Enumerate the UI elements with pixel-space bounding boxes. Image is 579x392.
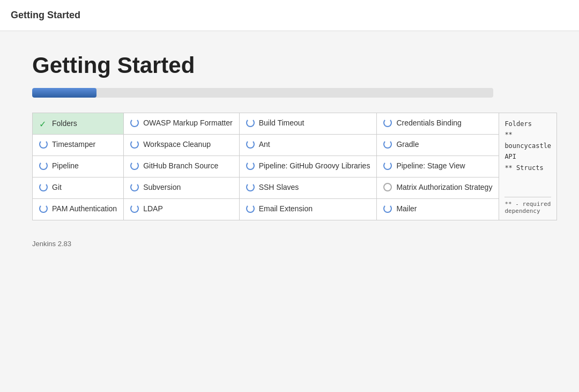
table-row: PAM Authentication LDAP Email Extension — [33, 199, 499, 220]
plugin-name: Pipeline: GitHub Groovy Libraries — [259, 161, 370, 170]
sync-icon — [130, 161, 139, 170]
plugin-cell-mailer[interactable]: Mailer — [377, 199, 499, 220]
plugin-cell-email-ext[interactable]: Email Extension — [239, 199, 377, 220]
sync-icon — [383, 204, 392, 213]
page-heading: Getting Started — [32, 53, 547, 78]
side-panel: Folders ** bouncycastle API ** Structs *… — [499, 113, 557, 220]
plugin-name: Timestamper — [52, 140, 95, 149]
plugin-cell-folders[interactable]: ✓ Folders — [33, 113, 124, 135]
plugin-cell-ant[interactable]: Ant — [239, 135, 377, 156]
sync-icon — [130, 183, 139, 191]
table-row: ✓ Folders OWASP Markup Formatter — [33, 113, 499, 135]
sync-icon — [383, 140, 392, 149]
progress-bar-fill — [32, 88, 96, 98]
sync-icon — [130, 140, 139, 149]
plugin-cell-workspace[interactable]: Workspace Cleanup — [124, 135, 239, 156]
plugin-cell-git[interactable]: Git — [33, 177, 124, 199]
plugin-table: ✓ Folders OWASP Markup Formatter — [32, 113, 499, 220]
sync-icon — [383, 119, 392, 127]
sync-icon — [246, 119, 255, 127]
plugin-name: Git — [52, 183, 62, 191]
plugin-cell-credentials[interactable]: Credentials Binding — [377, 113, 499, 135]
plugin-cell-gradle[interactable]: Gradle — [377, 135, 499, 156]
sync-icon — [39, 204, 48, 213]
plugin-name: OWASP Markup Formatter — [143, 119, 232, 127]
plugin-name: Build Timeout — [259, 119, 305, 127]
check-icon: ✓ — [39, 119, 48, 128]
sync-icon — [39, 183, 48, 191]
progress-bar-container — [32, 88, 493, 98]
table-row: Timestamper Workspace Cleanup Ant — [33, 135, 499, 156]
top-bar-title: Getting Started — [11, 10, 80, 21]
sync-icon — [130, 119, 139, 127]
sync-icon — [383, 161, 392, 170]
plugin-cell-timestamper[interactable]: Timestamper — [33, 135, 124, 156]
side-panel-content: Folders ** bouncycastle API ** Structs — [504, 119, 551, 173]
table-row: Pipeline GitHub Branch Source Pipeline: … — [33, 156, 499, 177]
sync-icon — [39, 140, 48, 149]
top-bar: Getting Started — [0, 0, 579, 31]
side-panel-title: Folders — [504, 119, 551, 129]
plugin-name: Matrix Authorization Strategy — [396, 183, 492, 191]
plugin-name: Credentials Binding — [396, 119, 461, 127]
plugin-name: Ant — [259, 140, 270, 149]
side-panel-footer: ** - required dependency — [504, 197, 551, 215]
side-panel-line1: ** bouncycastle API — [504, 129, 551, 162]
plugin-name: SSH Slaves — [259, 183, 299, 191]
plugin-name: Folders — [52, 119, 77, 128]
plugin-name: Gradle — [396, 140, 419, 149]
plugin-name: Pipeline — [52, 161, 79, 170]
sync-icon — [246, 204, 255, 213]
plugin-cell-github-branch[interactable]: GitHub Branch Source — [124, 156, 239, 177]
sync-icon — [130, 204, 139, 213]
plugin-area: ✓ Folders OWASP Markup Formatter — [32, 113, 547, 220]
sync-icon — [246, 140, 255, 149]
plugin-name: Email Extension — [259, 204, 313, 213]
circle-icon — [383, 183, 392, 191]
plugin-cell-ssh-slaves[interactable]: SSH Slaves — [239, 177, 377, 199]
table-row: Git Subversion SSH Slaves — [33, 177, 499, 199]
plugin-cell-pam[interactable]: PAM Authentication — [33, 199, 124, 220]
plugin-cell-matrix-auth[interactable]: Matrix Authorization Strategy — [377, 177, 499, 199]
sync-icon — [246, 183, 255, 191]
plugin-cell-pipeline-stage[interactable]: Pipeline: Stage View — [377, 156, 499, 177]
plugin-name: GitHub Branch Source — [143, 161, 218, 170]
plugin-cell-pipeline[interactable]: Pipeline — [33, 156, 124, 177]
page-footer: Jenkins 2.83 — [0, 231, 579, 256]
plugin-name: Subversion — [143, 183, 181, 191]
main-content: Getting Started ✓ Folders — [0, 31, 579, 231]
sync-icon — [39, 161, 48, 170]
plugin-name: Mailer — [396, 204, 417, 213]
plugin-cell-owasp[interactable]: OWASP Markup Formatter — [124, 113, 239, 135]
plugin-cell-build-timeout[interactable]: Build Timeout — [239, 113, 377, 135]
plugin-name: LDAP — [143, 204, 163, 213]
plugin-name: Pipeline: Stage View — [396, 161, 465, 170]
side-panel-line2: ** Structs — [504, 162, 551, 173]
plugin-name: PAM Authentication — [52, 204, 117, 213]
plugin-cell-pipeline-groovy[interactable]: Pipeline: GitHub Groovy Libraries — [239, 156, 377, 177]
plugin-cell-ldap[interactable]: LDAP — [124, 199, 239, 220]
plugin-name: Workspace Cleanup — [143, 140, 211, 149]
jenkins-version: Jenkins 2.83 — [32, 240, 71, 248]
sync-icon — [246, 161, 255, 170]
plugin-cell-subversion[interactable]: Subversion — [124, 177, 239, 199]
